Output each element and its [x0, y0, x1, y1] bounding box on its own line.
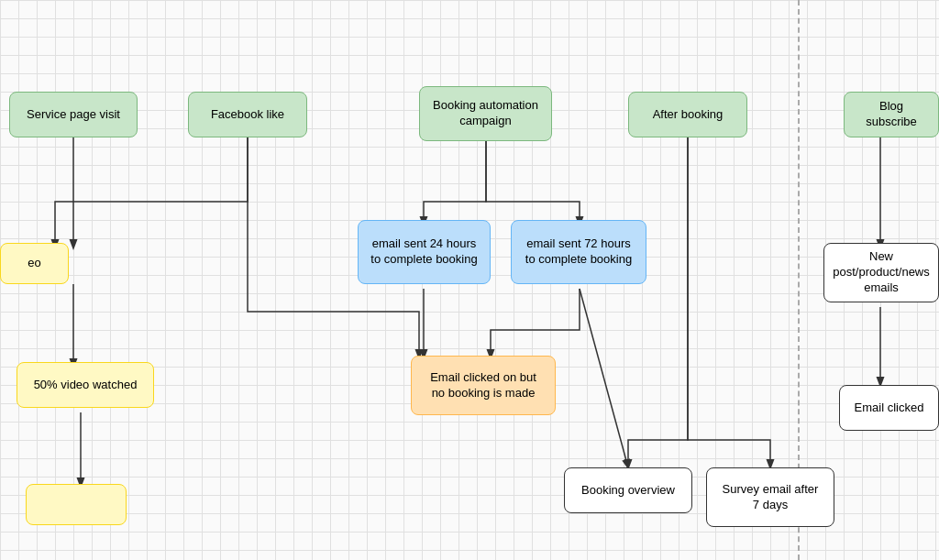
svg-line-4	[580, 289, 628, 467]
survey-email-node[interactable]: Survey email after 7 days	[706, 467, 834, 527]
workflow-canvas: Service page visit Facebook like Booking…	[0, 0, 939, 560]
email-clicked-node[interactable]: Email clicked	[839, 385, 939, 431]
booking-overview-node[interactable]: Booking overview	[564, 467, 692, 513]
after-booking-node[interactable]: After booking	[628, 92, 747, 137]
email-clicked-no-booking-node[interactable]: Email clicked on but no booking is made	[411, 356, 556, 415]
booking-automation-node[interactable]: Booking automation campaign	[419, 86, 552, 141]
video-node[interactable]: eo	[0, 243, 69, 284]
email-24-hours-node[interactable]: email sent 24 hours to complete booking	[358, 220, 491, 284]
new-post-node[interactable]: New post/product/news emails	[823, 243, 939, 302]
blog-subscribe-node[interactable]: Blog subscribe	[844, 92, 939, 137]
service-page-visit-node[interactable]: Service page visit	[9, 92, 138, 137]
facebook-like-node[interactable]: Facebook like	[188, 92, 307, 137]
fifty-percent-video-node[interactable]: 50% video watched	[17, 362, 154, 408]
email-72-hours-node[interactable]: email sent 72 hours to complete booking	[511, 220, 646, 284]
bottom-yellow-node[interactable]	[26, 484, 127, 525]
